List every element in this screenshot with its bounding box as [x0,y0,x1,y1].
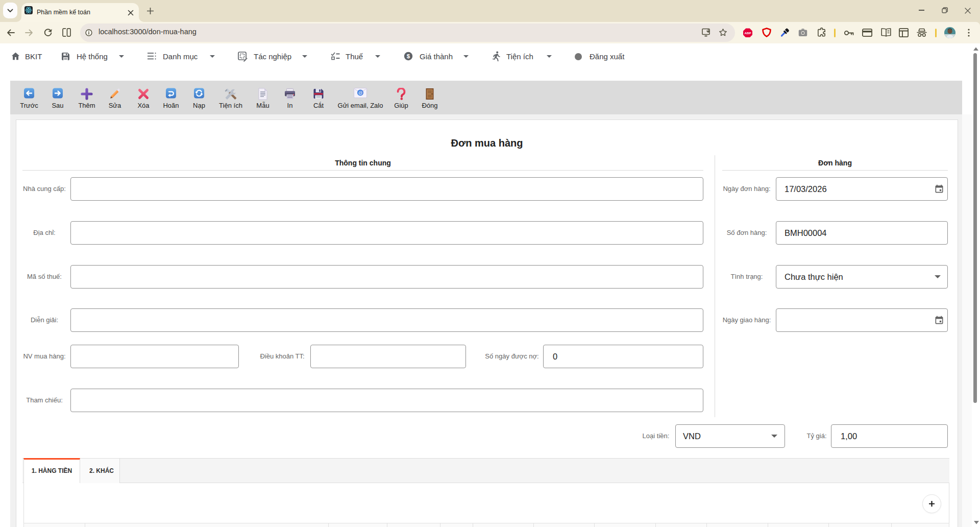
svg-text:$: $ [407,53,410,59]
svg-text:@: @ [358,90,363,95]
svg-text:ABP: ABP [744,31,751,35]
